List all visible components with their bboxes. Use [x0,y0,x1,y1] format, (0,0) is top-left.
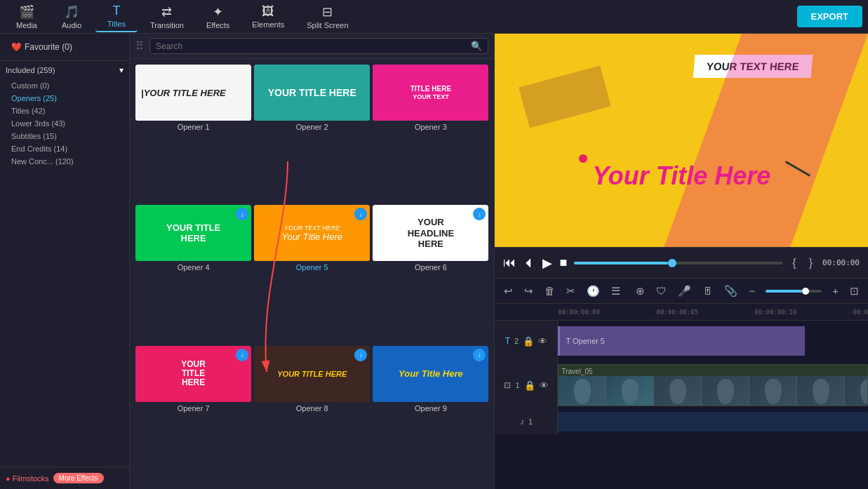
title-clip[interactable]: T Opener 5 ✕ [558,326,805,356]
opener1-card[interactable]: |YOUR TITLE HERE Opener 1 [135,65,251,202]
mic-button[interactable]: 🎤 [674,283,695,299]
sub-menu: Custom (0) Openers (25) Titles (42) Lowe… [0,79,129,168]
opener6-card[interactable]: ↓ YOURHEADLINEHERE Opener 6 [373,205,488,342]
history-button[interactable]: 🕐 [583,283,603,299]
opener8-text: YOUR TITLE HERE [277,370,347,378]
title-track-lock[interactable]: 🔒 [523,336,534,347]
delete-button[interactable]: 🗑 [541,283,559,298]
video-thumbnails [559,376,867,406]
rewind-button[interactable]: ⏮ [503,255,516,270]
export-button[interactable]: EXPORT [797,6,862,27]
opener7-card[interactable]: ↓ YOURTITLEHERE Opener 7 [135,346,251,483]
search-input[interactable] [156,41,471,51]
content-panel: ⠿ 🔍 |YOUR TITLE HERE Opener 1 YOUR TITLE… [130,34,495,489]
clip-button[interactable]: 📎 [721,283,741,299]
zoom-slider[interactable] [766,290,822,293]
audio-clip[interactable] [558,412,868,431]
opener8-thumbnail: ↓ YOUR TITLE HERE [254,346,370,402]
mix-button[interactable]: 🎚 [699,283,716,298]
more-effects-button[interactable]: More Effects [53,473,104,483]
opener7-thumbnail: ↓ YOURTITLEHERE [135,346,251,402]
video-thumb-1 [559,376,606,406]
content-toolbar: ⠿ 🔍 [130,34,494,59]
toolbar-effects[interactable]: ✦ Effects [196,1,239,32]
opener9-thumbnail: ↓ Your Title Here [373,346,488,402]
included-section-header[interactable]: Included (259) ▾ [0,61,129,79]
video-track-icon: ⊡ [504,380,511,390]
download-badge-9: ↓ [473,349,486,361]
zoom-in-button[interactable]: + [829,283,842,298]
opener7-label: Opener 7 [135,402,251,415]
toolbar-elements[interactable]: 🖼 Elements [242,1,294,32]
lock-button[interactable]: 🛡 [653,283,670,298]
submenu-endcredits[interactable]: End Credits (14) [6,142,123,155]
stop-button[interactable]: ■ [559,255,567,270]
toolbar-audio[interactable]: 🎵 Audio [51,1,93,32]
top-toolbar: 🎬 Media 🎵 Audio T Titles ⇄ Transition ✦ … [0,0,868,34]
opener4-text: YOUR TITLEHERE [166,222,220,244]
opener5-card[interactable]: ↓ YOUR TEXT HERE Your Title Here Opener … [254,205,370,342]
title-track-content: T Opener 5 ✕ [558,321,868,361]
included-label: Included (259) [6,66,55,74]
submenu-subtitles[interactable]: Subtitles (15) [6,130,123,142]
main-layout: ❤️ Favourite (0) Included (259) ▾ Custom… [0,34,868,489]
step-back-button[interactable]: ⏴ [523,255,535,270]
submenu-titles[interactable]: Titles (42) [6,105,123,117]
toolbar-transition[interactable]: ⇄ Transition [140,1,194,32]
toolbar-titles[interactable]: T Titles [95,1,138,32]
download-badge-5: ↓ [354,208,367,220]
video-clip[interactable]: Travel_05 [558,364,868,406]
submenu-newconc[interactable]: New Conc... (120) [6,155,123,168]
favourite-label: Favourite (0) [25,42,72,52]
opener5-label: Opener 5 [254,261,370,274]
title-track-num: 2 [514,337,519,345]
play-button[interactable]: ▶ [542,255,552,271]
progress-dot [668,259,676,267]
settings-button[interactable]: ☰ [608,283,624,299]
fit-button[interactable]: ⊡ [846,283,862,299]
toolbar-effects-label: Effects [206,21,229,29]
search-box[interactable]: 🔍 [149,38,488,54]
zoom-fill [766,290,802,293]
opener2-card[interactable]: YOUR TITLE HERE Opener 2 [254,65,370,202]
opener8-label: Opener 8 [254,402,370,415]
favourites-section: ❤️ Favourite (0) [0,34,129,61]
progress-track[interactable] [574,262,782,264]
snap-button[interactable]: ⊕ [632,283,648,299]
opener3-card[interactable]: TITLE HEREYOUR TEXT Opener 3 [373,65,488,202]
submenu-lower3rds[interactable]: Lower 3rds (43) [6,117,123,130]
video-track-num: 1 [515,381,519,389]
zoom-dot [802,288,809,295]
thumbnails-grid: |YOUR TITLE HERE Opener 1 YOUR TITLE HER… [130,59,494,489]
download-badge-4: ↓ [236,208,248,220]
favourite-item[interactable]: ❤️ Favourite (0) [6,39,123,55]
opener4-thumbnail: ↓ YOUR TITLEHERE [135,205,251,261]
titles-icon: T [113,4,121,18]
submenu-openers[interactable]: Openers (25) [6,92,123,105]
filmstocks-label: ● Filmstocks [6,474,49,483]
opener2-label: Opener 2 [254,121,370,133]
elements-icon: 🖼 [262,4,274,19]
toolbar-splitscreen[interactable]: ⊟ Split Screen [297,1,358,32]
opener2-text: YOUR TITLE HERE [268,87,356,98]
opener9-card[interactable]: ↓ Your Title Here Opener 9 [373,346,488,483]
redo-button[interactable]: ↪ [521,283,537,299]
title-track-visibility[interactable]: 👁 [538,336,547,347]
bracket-left-icon[interactable]: { [789,255,799,271]
video-track-visibility[interactable]: 👁 [540,380,549,391]
opener5-thumbnail: ↓ YOUR TEXT HERE Your Title Here [254,205,370,261]
bracket-right-icon[interactable]: } [806,255,815,271]
video-track-row: ⊡ 1 🔒 👁 Travel_05 [495,361,868,409]
progress-fill [574,262,668,264]
opener4-card[interactable]: ↓ YOUR TITLEHERE Opener 4 [135,205,251,342]
video-track-controls: ⊡ 1 🔒 👁 [495,361,558,409]
video-clip-label: Travel_05 [561,368,592,375]
zoom-out-button[interactable]: − [745,283,759,298]
video-track-lock[interactable]: 🔒 [524,380,535,391]
opener8-card[interactable]: ↓ YOUR TITLE HERE Opener 8 [254,346,370,483]
submenu-custom[interactable]: Custom (0) [6,79,123,92]
cut-button[interactable]: ✂ [563,283,579,299]
toolbar-media[interactable]: 🎬 Media [6,1,48,32]
video-thumb-2 [606,376,654,406]
undo-button[interactable]: ↩ [500,283,516,299]
